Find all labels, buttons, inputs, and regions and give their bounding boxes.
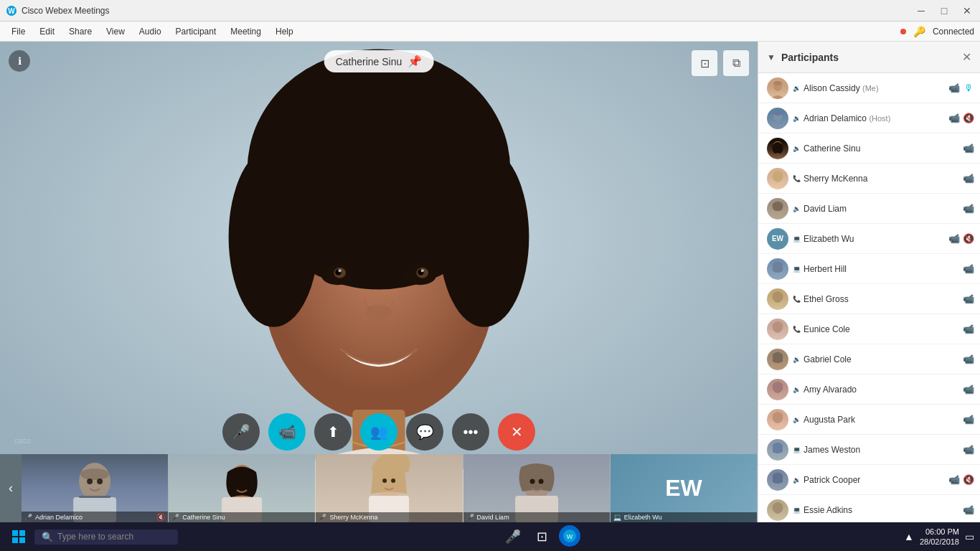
participant-row-sherry[interactable]: 📞 Sherry McKenna 📹 (758, 164, 980, 194)
thumb-1[interactable]: 🎤 Adrian Delamico 🔇 (22, 454, 169, 522)
adrian-cam-icon: 📹 (948, 113, 960, 123)
menu-share[interactable]: Share (63, 25, 98, 38)
ethel-cam-icon: 📹 (963, 293, 974, 304)
svg-point-41 (773, 111, 782, 116)
thumb-2-label: 🎤 Catherine Sinu (169, 512, 315, 522)
cisco-watermark: cisco (14, 433, 57, 451)
search-placeholder: Type here to search (57, 532, 133, 542)
menu-view[interactable]: View (100, 25, 131, 38)
video-button[interactable]: 📹 (268, 413, 306, 451)
augusta-icons: 📹 (963, 414, 974, 425)
participant-row-patrick[interactable]: 🔉 Patrick Cooper 📹 🔇 (758, 465, 980, 495)
participant-row-elizabeth[interactable]: EW 💻 Elizabeth Wu 📹 🔇 (758, 224, 980, 254)
start-button[interactable] (6, 524, 32, 550)
eunice-icons: 📹 (963, 324, 974, 334)
amy-cam-icon: 📹 (963, 384, 974, 395)
menu-edit[interactable]: Edit (34, 25, 60, 38)
participant-row-essie[interactable]: 💻 Essie Adkins 📹 (758, 495, 980, 522)
main-layout: ℹ Catherine Sinu 📌 ⊡ ⧉ 🎤 (0, 42, 980, 522)
panel-chevron-icon: ▼ (767, 52, 776, 62)
window-controls: ─ □ ✕ (914, 4, 974, 18)
taskbar-display-icon[interactable]: ⊡ (530, 525, 553, 548)
speaker-name-tag: Catherine Sinu 📌 (324, 50, 434, 72)
fit-screen-button[interactable]: ⊡ (692, 50, 717, 76)
panel-title: Participants (781, 52, 956, 63)
end-call-button[interactable]: ✕ (498, 413, 535, 451)
participant-row-amy[interactable]: 🔉 Amy Alvarado 📹 (758, 375, 980, 405)
sherry-icons: 📹 (963, 173, 974, 184)
participant-row-adrian[interactable]: 🔉 Adrian Delamico (Host) 📹 🔇 (758, 103, 980, 133)
participant-row-david[interactable]: 🔉 David Liam 📹 (758, 194, 980, 224)
avatar-james (767, 439, 788, 461)
thumb-5[interactable]: EW 💻 Elizabeth Wu (611, 454, 758, 522)
thumb-5-initials: EW (665, 475, 702, 501)
taskbar-up-arrow[interactable]: ▲ (904, 531, 914, 542)
speaker-name: Catherine Sinu (336, 56, 402, 67)
participant-name-adrian: Adrian Delamico (Host) (804, 113, 946, 123)
augusta-mic-status: 🔉 (793, 416, 801, 423)
title-bar: W Cisco Webex Meetings ─ □ ✕ (0, 0, 980, 22)
share-button[interactable]: ⬆ (314, 413, 352, 451)
thumb-2[interactable]: 🎤 Catherine Sinu (169, 454, 316, 522)
app-title: Cisco Webex Meetings (22, 6, 110, 16)
david-icons: 📹 (963, 203, 974, 214)
menu-help[interactable]: Help (270, 25, 299, 38)
participants-list: 🔉 Alison Cassidy (Me) 📹 🎙 🔉 Adrian Delam… (758, 73, 980, 522)
participants-button[interactable]: 👥 (360, 413, 397, 451)
swap-layout-button[interactable]: ⧉ (723, 50, 749, 76)
menu-participant[interactable]: Participant (170, 25, 222, 38)
pin-icon[interactable]: 📌 (407, 55, 422, 68)
thumb-1-label: 🎤 Adrian Delamico 🔇 (22, 512, 168, 522)
participant-row-james[interactable]: 💻 James Weston 📹 (758, 435, 980, 465)
participant-name-eunice: Eunice Cole (804, 324, 960, 334)
info-button[interactable]: ℹ (9, 50, 30, 72)
svg-point-28 (244, 481, 249, 486)
participant-row-ethel[interactable]: 📞 Ethel Gross 📹 (758, 284, 980, 314)
eunice-mic-status: 📞 (793, 326, 801, 333)
thumb-left-arrow[interactable]: ‹ (0, 454, 22, 522)
participant-row-catherine[interactable]: 🔉 Catherine Sinu 📹 (758, 133, 980, 164)
participant-name-sherry: Sherry McKenna (804, 174, 960, 184)
menu-meeting[interactable]: Meeting (225, 25, 267, 38)
svg-text:W: W (567, 533, 573, 540)
participant-name-james: James Weston (804, 445, 960, 455)
avatar-eunice (767, 319, 788, 340)
participant-row-gabriel[interactable]: 🔉 Gabriel Cole 📹 (758, 344, 980, 375)
thumb-4[interactable]: 🎤 David Liam (463, 454, 611, 522)
participant-row-augusta[interactable]: 🔉 Augusta Park 📹 (758, 405, 980, 435)
gabriel-icons: 📹 (963, 354, 974, 364)
alison-cam-icon: 📹 (948, 83, 960, 93)
gabriel-mic-status: 🔉 (793, 356, 801, 363)
avatar-david (767, 198, 788, 220)
close-button[interactable]: ✕ (960, 4, 974, 18)
taskbar-desktop-icon[interactable]: ▭ (965, 531, 974, 542)
participants-panel: ▼ Participants ✕ 🔉 Alison Cassidy (Me) 📹… (758, 42, 980, 522)
svg-point-15 (338, 269, 341, 272)
david-mic-status: 🔉 (793, 205, 801, 212)
avatar-herbert (767, 258, 788, 280)
patrick-icons: 📹 🔇 (948, 474, 974, 485)
participant-row-herbert[interactable]: 💻 Herbert Hill 📹 (758, 254, 980, 284)
search-box[interactable]: 🔍 Type here to search (34, 529, 178, 545)
taskbar-mic-icon[interactable]: 🎤 (501, 525, 524, 548)
mute-button[interactable]: 🎤 (222, 413, 260, 451)
minimize-button[interactable]: ─ (914, 4, 928, 18)
search-icon: 🔍 (42, 532, 53, 542)
thumb-3[interactable]: 🎤 Sherry McKenna (316, 454, 463, 522)
menu-audio[interactable]: Audio (133, 25, 167, 38)
end-icon: ✕ (511, 423, 523, 441)
menu-file[interactable]: File (6, 25, 31, 38)
info-icon: ℹ (18, 55, 22, 67)
elizabeth-icons: 📹 🔇 (948, 233, 974, 244)
participant-row-alison[interactable]: 🔉 Alison Cassidy (Me) 📹 🎙 (758, 73, 980, 103)
date-display: 28/02/2018 (920, 537, 959, 547)
taskbar-webex-icon[interactable]: W (559, 525, 580, 547)
participant-row-eunice[interactable]: 📞 Eunice Cole 📹 (758, 314, 980, 344)
close-panel-button[interactable]: ✕ (962, 50, 971, 64)
avatar-ethel (767, 288, 788, 310)
chat-button[interactable]: 💬 (406, 413, 443, 451)
more-button[interactable]: ••• (452, 413, 489, 451)
thumb-5-monitor-icon: 💻 (613, 514, 621, 521)
thumb-3-label: 🎤 Sherry McKenna (316, 512, 462, 522)
maximize-button[interactable]: □ (937, 4, 951, 18)
